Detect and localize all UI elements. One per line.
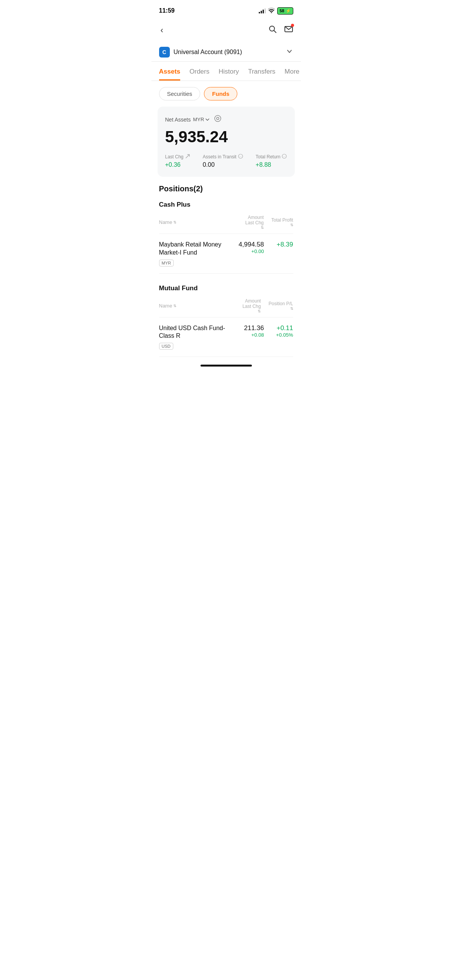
mutual-fund-title: Mutual Fund <box>159 284 293 292</box>
mutual-fund-table: Name ⇅ Amount Last Chg ⇅ Position P/L ⇅ <box>159 298 293 357</box>
tab-history[interactable]: History <box>219 68 239 81</box>
positions-title: Positions(2) <box>159 184 293 193</box>
sort-pl-icon: ⇅ <box>290 306 293 311</box>
info-icon-transit: ··· <box>238 154 243 160</box>
assets-in-transit-stat: Assets in Transit ··· 0.00 <box>203 154 243 168</box>
assets-in-transit-value: 0.00 <box>203 161 243 168</box>
fund-name-maybank: Maybank Retail Money Market-I Fund <box>159 241 230 257</box>
last-chg-stat: Last Chg +0.36 <box>165 154 190 168</box>
sort-name-mf-icon: ⇅ <box>173 304 176 308</box>
account-logo: C <box>159 47 170 58</box>
sub-tab-securities[interactable]: Securities <box>159 87 201 100</box>
chevron-down-icon <box>286 48 293 57</box>
net-assets-label: Net Assets <box>165 117 191 123</box>
lastchg-maybank: +0.00 <box>233 248 264 254</box>
account-name: Universal Account (9091) <box>174 49 286 56</box>
table-row[interactable]: Maybank Retail Money Market-I Fund MYR 4… <box>159 234 293 274</box>
currency-selector[interactable]: MYR <box>193 117 210 122</box>
pl-pct-united: +0.05% <box>270 332 293 338</box>
info-icon-return: ··· <box>282 154 287 160</box>
main-tabs: Assets Orders History Transfers More <box>151 62 301 81</box>
cash-plus-category: Cash Plus Name ⇅ Amount Last Chg ⇅ Total… <box>159 201 293 274</box>
total-return-value: +8.88 <box>256 161 287 168</box>
sub-tabs: Securities Funds <box>151 81 301 107</box>
sub-tab-funds[interactable]: Funds <box>204 87 237 100</box>
cash-plus-table: Name ⇅ Amount Last Chg ⇅ Total Profit ⇅ <box>159 215 293 274</box>
mutual-fund-header: Name ⇅ Amount Last Chg ⇅ Position P/L ⇅ <box>159 298 293 317</box>
amount-united: 211.36 <box>233 324 264 332</box>
net-assets-card: Net Assets MYR 5,935.24 Last Chg <box>158 107 295 177</box>
mutual-fund-category: Mutual Fund Name ⇅ Amount Last Chg ⇅ Pos… <box>159 284 293 357</box>
total-return-stat: Total Return ··· +8.88 <box>256 154 287 168</box>
profit-maybank: +8.39 <box>270 241 293 248</box>
battery-icon: 58 ⚡ <box>277 7 293 15</box>
tab-more[interactable]: More <box>284 68 299 81</box>
svg-line-1 <box>274 31 276 33</box>
pl-united: +0.11 <box>270 324 293 332</box>
positions-section: Positions(2) Cash Plus Name ⇅ Amount Las… <box>151 184 301 357</box>
last-chg-value: +0.36 <box>165 161 190 168</box>
cash-plus-title: Cash Plus <box>159 201 293 209</box>
svg-text:···: ··· <box>239 155 242 158</box>
col-position-pl[interactable]: Position P/L ⇅ <box>268 301 293 311</box>
sort-amount-icon: ⇅ <box>261 225 264 230</box>
fund-name-united: United USD Cash Fund-Class R <box>159 324 230 340</box>
mail-button[interactable] <box>284 25 293 36</box>
back-button[interactable]: ‹ <box>159 24 165 37</box>
status-bar: 11:59 58 ⚡ <box>151 0 301 19</box>
svg-point-4 <box>217 117 219 120</box>
col-amount[interactable]: Amount Last Chg ⇅ <box>245 215 264 230</box>
assets-stats: Last Chg +0.36 Assets in Transit ··· <box>165 154 287 168</box>
signal-icon <box>259 8 266 13</box>
col-amount-mf[interactable]: Amount Last Chg ⇅ <box>242 298 261 313</box>
col-name-mf[interactable]: Name ⇅ <box>159 303 243 309</box>
header: ‹ <box>151 19 301 43</box>
sort-profit-icon: ⇅ <box>290 223 293 227</box>
net-assets-value: 5,935.24 <box>165 128 287 146</box>
col-name[interactable]: Name ⇅ <box>159 219 245 225</box>
search-button[interactable] <box>268 25 277 36</box>
visibility-toggle[interactable] <box>214 114 222 125</box>
home-indicator <box>201 365 252 367</box>
amount-maybank: 4,994.58 <box>233 241 264 248</box>
status-icons: 58 ⚡ <box>259 7 293 15</box>
svg-text:···: ··· <box>283 155 286 158</box>
sort-name-icon: ⇅ <box>173 220 176 224</box>
currency-tag-usd: USD <box>159 343 173 350</box>
svg-point-3 <box>215 115 221 122</box>
cash-plus-header: Name ⇅ Amount Last Chg ⇅ Total Profit ⇅ <box>159 215 293 234</box>
status-time: 11:59 <box>159 7 175 14</box>
lastchg-united: +0.08 <box>233 332 264 338</box>
table-row[interactable]: United USD Cash Fund-Class R USD 211.36 … <box>159 317 293 357</box>
wifi-icon <box>268 8 275 14</box>
col-total-profit[interactable]: Total Profit ⇅ <box>271 217 293 227</box>
tab-transfers[interactable]: Transfers <box>248 68 275 81</box>
sort-amount-mf-icon: ⇅ <box>258 309 261 313</box>
notification-dot <box>291 24 294 27</box>
tab-assets[interactable]: Assets <box>159 68 181 81</box>
account-selector[interactable]: C Universal Account (9091) <box>151 43 301 62</box>
export-icon <box>185 154 190 160</box>
tab-orders[interactable]: Orders <box>189 68 209 81</box>
currency-tag-myr: MYR <box>159 260 174 266</box>
